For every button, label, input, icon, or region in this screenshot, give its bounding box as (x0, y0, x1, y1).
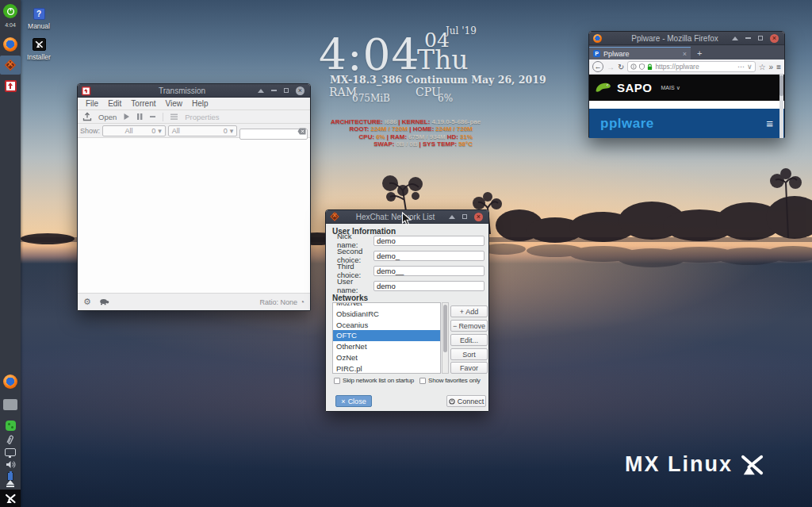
tab-pplware[interactable]: P Pplware × (589, 47, 691, 60)
desktop-icon-manual[interactable]: ? Manual (21, 8, 56, 30)
firefox-navbar: ← → ↻ https://pplware ⋯ ∨ ☆ » ≡ (589, 60, 784, 75)
panel-clock[interactable]: 4:04 (0, 22, 21, 28)
show-label: Show: (80, 127, 100, 135)
mx-menu-button[interactable] (0, 490, 21, 507)
ratio-mode-icon[interactable]: ◔ (300, 298, 304, 306)
firefox-titlebar[interactable]: Pplware - Mozilla Firefox × (589, 32, 784, 45)
app-menu-icon[interactable]: ≡ (776, 63, 781, 71)
third-choice-input[interactable] (373, 266, 485, 276)
open-button[interactable]: Open (98, 113, 117, 121)
tray-eject[interactable] (0, 480, 21, 485)
add-network-button[interactable]: +Add (450, 305, 488, 317)
network-list-item[interactable]: Oceanius (333, 320, 440, 331)
url-bar[interactable]: https://pplware ⋯ ∨ (627, 61, 755, 72)
maximize-button[interactable] (462, 214, 467, 219)
reload-button[interactable]: ↻ (618, 63, 624, 71)
page-actions-icon[interactable]: ⋯ (737, 63, 745, 71)
maximize-button[interactable] (284, 88, 289, 93)
nick-name-input[interactable] (373, 236, 485, 246)
edit-network-button[interactable]: Edit... (450, 334, 488, 346)
scrollbar-thumb[interactable] (779, 75, 783, 96)
tray-package-installer[interactable] (0, 421, 21, 431)
tray-volume[interactable] (0, 460, 21, 469)
close-button[interactable]: × (296, 86, 304, 95)
taskbar-item-firefox[interactable] (0, 35, 21, 54)
filter-dropdown-tracker[interactable]: All 0 ▾ (168, 125, 238, 136)
page-scrollbar[interactable] (779, 75, 783, 138)
tray-clipboard-manager[interactable] (0, 434, 21, 445)
options-gear-icon[interactable]: ⚙ (83, 298, 91, 306)
back-button[interactable]: ← (592, 61, 603, 72)
filter-dropdown-status[interactable]: All 0 ▾ (102, 125, 166, 136)
desktop-icon-installer[interactable]: Installer (21, 38, 56, 61)
close-button[interactable]: × (474, 213, 483, 221)
favor-network-button[interactable]: Favor (450, 362, 488, 374)
network-list-item-selected[interactable]: OFTC (333, 330, 440, 341)
maximize-button[interactable] (758, 36, 763, 40)
network-list[interactable]: MozNet ObsidianIRC Oceanius OFTC OtherNe… (332, 302, 441, 374)
launcher-file-manager[interactable] (0, 399, 21, 410)
remove-torrent-icon[interactable] (149, 113, 156, 121)
toolbar-overflow-icon[interactable]: » (769, 63, 774, 71)
network-list-item[interactable]: ObsidianIRC (333, 309, 440, 320)
user-name-row: User name: (337, 280, 485, 291)
bookmark-star-icon[interactable]: ☆ (759, 63, 766, 71)
launcher-firefox[interactable] (0, 374, 21, 389)
transmission-statusbar: ⚙ Ratio: None ◔ (78, 293, 310, 310)
network-list-item[interactable]: OtherNet (333, 341, 440, 352)
site-info-icon[interactable] (630, 63, 637, 70)
properties-button[interactable]: Properties (185, 113, 219, 121)
transmission-titlebar[interactable]: Transmission × (78, 84, 310, 98)
hexchat-titlebar[interactable]: × HexChat: Network List × (326, 210, 488, 224)
remove-network-button[interactable]: −Remove (450, 320, 488, 332)
network-list-scrollbar[interactable] (442, 302, 449, 374)
new-tab-button[interactable]: + (697, 47, 702, 60)
menu-torrent[interactable]: Torrent (126, 99, 160, 108)
sapo-logo-text[interactable]: SAPO (617, 81, 653, 94)
conky-cpu-label: CPU (416, 86, 441, 98)
sapo-logo-icon[interactable] (594, 81, 613, 94)
user-name-input[interactable] (373, 281, 485, 291)
properties-icon[interactable] (170, 113, 178, 121)
menu-edit[interactable]: Edit (103, 99, 126, 108)
pause-torrent-icon[interactable] (136, 113, 143, 121)
shade-button[interactable] (732, 36, 738, 40)
taskbar-item-transmission[interactable] (0, 76, 21, 95)
open-torrent-icon[interactable] (82, 112, 92, 121)
session-quit-button[interactable] (0, 4, 21, 18)
pplware-logo-text[interactable]: pplware (600, 116, 654, 132)
second-choice-input[interactable] (373, 251, 485, 261)
taskbar-item-hexchat[interactable]: × (0, 56, 21, 75)
menu-help[interactable]: Help (187, 99, 213, 108)
pocket-icon[interactable]: ∨ (747, 63, 753, 71)
close-dialog-button[interactable]: × Close (335, 395, 372, 407)
speed-limit-turtle-icon[interactable] (99, 298, 109, 305)
sapo-mais-menu[interactable]: MAIS ∨ (661, 85, 680, 91)
network-list-item[interactable]: MozNet (333, 302, 440, 309)
scrollbar-thumb[interactable] (443, 305, 447, 352)
minimize-button[interactable] (745, 37, 751, 39)
close-button[interactable]: × (770, 34, 779, 43)
mx-linux-wallpaper-logo: MX Linux (625, 452, 766, 477)
shade-button[interactable] (449, 215, 455, 219)
forward-button[interactable]: → (607, 63, 615, 71)
pplware-menu-icon[interactable]: ≡ (766, 117, 773, 130)
window-title: HexChat: Network List (350, 213, 441, 221)
shade-button[interactable] (258, 89, 264, 93)
speaker-icon (6, 460, 16, 469)
torrent-list-empty[interactable] (78, 138, 310, 293)
clear-search-icon[interactable] (297, 128, 306, 135)
start-torrent-icon[interactable] (123, 113, 130, 121)
show-favorites-checkbox[interactable] (419, 378, 426, 384)
tracking-shield-icon[interactable] (639, 63, 645, 70)
connect-button[interactable]: Connect (446, 395, 486, 407)
tab-close-icon[interactable]: × (683, 50, 687, 58)
skip-network-list-checkbox[interactable] (334, 378, 340, 384)
network-list-item[interactable]: OzNet (333, 352, 440, 363)
tray-display-settings[interactable] (0, 448, 21, 456)
minimize-button[interactable] (271, 90, 277, 91)
network-list-item[interactable]: PIRC.pl (333, 363, 440, 374)
menu-view[interactable]: View (160, 99, 187, 108)
menu-file[interactable]: File (81, 99, 103, 108)
sort-networks-button[interactable]: Sort (450, 348, 488, 360)
